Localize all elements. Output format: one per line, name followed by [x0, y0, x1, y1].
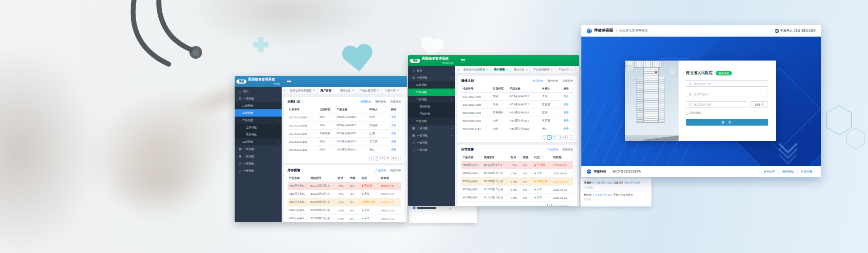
captcha-question[interactable]: 6+8=? — [750, 101, 768, 108]
checkbox[interactable] — [686, 112, 689, 115]
plan-link[interactable]: 高值计划 — [562, 79, 573, 83]
page-button[interactable]: 2 — [552, 204, 557, 206]
tab[interactable]: 产品出库 — [556, 66, 576, 73]
view-link[interactable]: 查看 — [562, 109, 573, 117]
sidebar-item[interactable]: 二级导航 — [235, 102, 282, 109]
tab-close-dot-icon[interactable] — [377, 89, 379, 91]
tab[interactable]: 通知公告 — [511, 66, 531, 73]
tab-close-dot-icon[interactable] — [333, 89, 335, 91]
partial-list-item[interactable] — [413, 206, 473, 209]
activity-user[interactable]: 朱老师 — [584, 181, 592, 184]
tab-close-dot-icon[interactable] — [397, 89, 399, 91]
view-link[interactable]: 查看 — [562, 125, 573, 133]
activity-link[interactable]: 5 月日常小需求 — [595, 193, 613, 196]
page-button[interactable]: 1 — [547, 204, 552, 206]
tab-close-dot-icon[interactable] — [313, 89, 315, 91]
page-button[interactable]: › — [569, 135, 573, 140]
page-button[interactable]: 3 — [386, 156, 390, 160]
page-button[interactable]: 4 — [563, 135, 568, 140]
inventory-link[interactable]: 产品库存 — [547, 148, 558, 152]
sidebar-item[interactable]: 二级导航 — [408, 89, 455, 96]
plan-link[interactable]: 预约计划 — [375, 100, 386, 104]
sidebar-item[interactable]: 三级导航 — [235, 131, 282, 138]
tab-close-dot-icon[interactable] — [506, 69, 508, 70]
activity-link[interactable]: 风暴精英小分队 — [595, 181, 613, 184]
inventory-link[interactable]: 高值库存 — [390, 169, 401, 173]
tab[interactable]: 资质证件效期预警 — [287, 87, 318, 94]
tab[interactable]: 产品分类设置 — [357, 87, 382, 94]
plan-link[interactable]: 预约计划 — [547, 79, 558, 83]
page-button[interactable]: › — [569, 204, 573, 206]
tab-close-dot-icon[interactable] — [571, 69, 572, 70]
activity-link[interactable]: 5月日常小需求 — [624, 181, 641, 184]
view-link[interactable]: 查看 — [390, 130, 401, 138]
page-button[interactable]: 3 — [558, 135, 562, 140]
sidebar-item[interactable]: 三级导航 — [235, 124, 282, 131]
sidebar-item[interactable]: △ 一级导航 — [235, 167, 282, 174]
view-link[interactable]: 查看 — [562, 93, 573, 101]
sidebar-item[interactable]: ▣ 一级导航 ∨ — [408, 132, 455, 139]
sidebar-item[interactable]: 二级导航 ∨ — [408, 117, 455, 125]
view-link[interactable]: 查看 — [390, 122, 401, 130]
tab-close-dot-icon[interactable] — [551, 69, 553, 70]
sidebar-item[interactable]: ⌂ 首页 — [408, 67, 455, 74]
menu-toggle-icon[interactable] — [461, 59, 465, 62]
page-button[interactable]: 4 — [391, 156, 396, 160]
sidebar-item[interactable]: ▤ 一级导航 ∧ — [235, 95, 282, 102]
inventory-link[interactable]: 产品库存 — [375, 169, 386, 173]
view-link[interactable]: 查看 — [562, 117, 573, 125]
captcha-input[interactable] — [693, 103, 745, 106]
tab[interactable]: 资质证件效期预警 — [461, 66, 491, 73]
page-button[interactable]: 2 — [380, 156, 385, 160]
sidebar-item[interactable]: 二级导航 — [408, 81, 455, 89]
collapse-tabs-icon[interactable]: « — [455, 66, 461, 73]
sidebar-item[interactable]: 三级导航 — [408, 110, 455, 117]
captcha-field[interactable] — [686, 101, 747, 108]
page-button[interactable]: ‹ — [542, 135, 546, 140]
login-button[interactable]: 登 录 — [686, 119, 768, 126]
password-input[interactable] — [693, 93, 765, 96]
page-button[interactable]: › — [396, 156, 401, 160]
tab[interactable]: 产品分类设置 — [531, 66, 556, 73]
menu-toggle-icon[interactable] — [287, 80, 291, 83]
page-button[interactable]: ‹ — [542, 204, 546, 206]
page-button[interactable]: 1 — [375, 156, 379, 160]
page-button[interactable]: 4 — [563, 204, 568, 206]
plan-link[interactable]: 领用计划 — [533, 79, 543, 83]
sidebar-item[interactable]: 二级导航 — [235, 109, 282, 117]
sidebar-item[interactable]: 二级导航 ∧ — [408, 96, 455, 103]
password-field[interactable] — [686, 91, 768, 97]
tab[interactable]: 用户管理 — [491, 66, 511, 73]
sidebar-item[interactable]: ▦ 一级导航 ∨ — [235, 145, 282, 153]
tab[interactable]: 通知公告 — [337, 87, 357, 94]
tab[interactable]: 用户管理 — [318, 87, 338, 94]
footer-link[interactable]: 常见问题 — [797, 170, 816, 174]
sidebar-item[interactable]: ◷ 一级导航 — [408, 139, 455, 146]
sidebar-item[interactable]: 二级导航 ∨ — [235, 138, 282, 145]
username-field[interactable] — [686, 80, 768, 87]
tab-close-dot-icon[interactable] — [526, 69, 528, 70]
page-button[interactable]: ‹ — [369, 156, 374, 160]
footer-link[interactable]: 操作说明 — [760, 170, 778, 174]
sidebar-item[interactable]: △ 一级导航 — [408, 146, 455, 154]
activity-user[interactable]: 付小小 — [584, 193, 592, 196]
tab-close-dot-icon[interactable] — [486, 69, 488, 70]
plan-link[interactable]: 高值计划 — [390, 100, 401, 104]
remember-password[interactable]: 记住密码 — [686, 111, 768, 115]
sidebar-item[interactable]: ◷ 一级导航 — [235, 160, 282, 167]
sidebar-item[interactable]: ▤ 一级导航 ∧ — [408, 74, 455, 81]
sidebar-item[interactable]: ⌂ 首页 — [235, 88, 282, 95]
page-button[interactable]: 2 — [552, 135, 557, 140]
inventory-link[interactable]: 高值库存 — [562, 148, 573, 152]
footer-link[interactable]: 密钥驱动 — [778, 170, 797, 174]
view-link[interactable]: 查看 — [390, 146, 401, 154]
page-button[interactable]: 1 — [547, 135, 552, 140]
tab-close-dot-icon[interactable] — [352, 89, 354, 91]
collapse-tabs-icon[interactable]: « — [282, 87, 287, 94]
sidebar-item[interactable]: ▦ 一级导航 ∨ — [408, 125, 455, 132]
tab[interactable]: 产品出库 — [382, 87, 402, 94]
sidebar-item[interactable]: 三级导航 — [408, 103, 455, 110]
view-link[interactable]: 查看 — [562, 101, 573, 109]
sidebar-item[interactable]: ▣ 一级导航 ∨ — [235, 153, 282, 160]
page-button[interactable]: 3 — [558, 204, 562, 206]
